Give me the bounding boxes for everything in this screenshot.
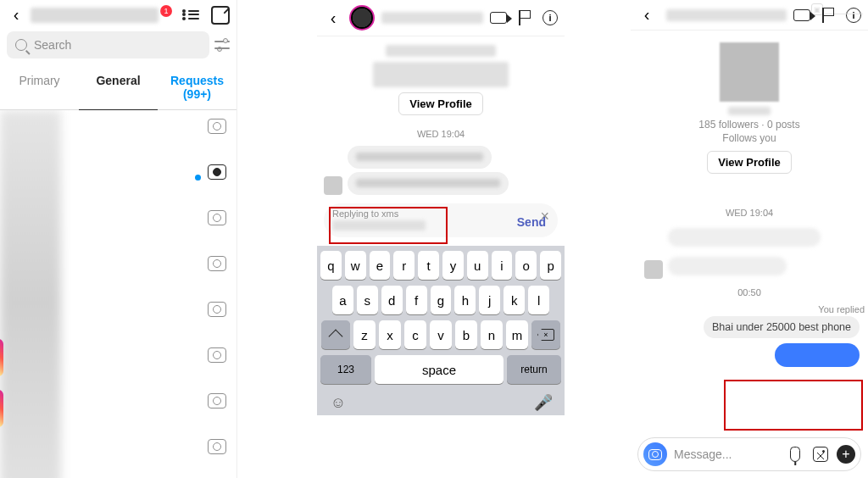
- search-input[interactable]: Search: [7, 31, 209, 58]
- ios-keyboard[interactable]: qwertyuiop asdfghjkl zxcvbnm × 123 space…: [317, 246, 565, 415]
- tab-primary[interactable]: Primary: [0, 65, 79, 110]
- camera-icon[interactable]: [208, 210, 226, 225]
- tab-general[interactable]: General: [79, 65, 158, 110]
- key-k[interactable]: k: [504, 286, 525, 314]
- key-v[interactable]: v: [430, 320, 452, 349]
- watermark: ▣________: [811, 3, 864, 15]
- camera-icon[interactable]: [208, 302, 226, 317]
- send-button[interactable]: Send: [517, 215, 546, 229]
- space-key[interactable]: space: [375, 355, 504, 384]
- compose-icon[interactable]: [211, 6, 230, 25]
- incoming-message[interactable]: [348, 172, 509, 195]
- dictation-icon[interactable]: 🎤: [534, 393, 553, 412]
- voice-message-icon[interactable]: [786, 445, 804, 464]
- key-s[interactable]: s: [357, 286, 378, 314]
- key-r[interactable]: r: [393, 251, 415, 280]
- filter-icon[interactable]: [214, 39, 230, 51]
- key-x[interactable]: x: [379, 320, 401, 349]
- unread-badge: 1: [160, 5, 172, 17]
- back-button[interactable]: ‹: [324, 8, 342, 28]
- add-button[interactable]: +: [837, 445, 855, 464]
- key-n[interactable]: n: [481, 320, 503, 349]
- profile-info-blurred: [373, 62, 509, 87]
- follows-you-label: Follows you: [631, 132, 868, 144]
- info-icon[interactable]: i: [542, 10, 558, 25]
- key-i[interactable]: i: [492, 251, 513, 280]
- chat-avatar[interactable]: [349, 5, 375, 31]
- chat-username[interactable]: [666, 9, 787, 21]
- replying-to-label: Replying to xms: [332, 208, 426, 219]
- conversation-list[interactable]: [0, 110, 236, 478]
- message-timestamp: WED 19:04: [631, 208, 868, 218]
- profile-name-blurred: [386, 45, 496, 57]
- camera-icon[interactable]: [208, 164, 226, 180]
- key-g[interactable]: g: [431, 286, 452, 314]
- camera-icon[interactable]: [208, 439, 226, 454]
- profile-name-blurred: [728, 107, 771, 115]
- video-call-icon[interactable]: [793, 9, 810, 21]
- tab-requests[interactable]: Requests (99+): [158, 65, 236, 110]
- key-a[interactable]: a: [332, 286, 353, 314]
- message-filters-icon[interactable]: [182, 7, 199, 24]
- key-l[interactable]: l: [528, 286, 549, 314]
- key-e[interactable]: e: [370, 251, 391, 280]
- key-t[interactable]: t: [418, 251, 439, 280]
- story-ring-icon: [0, 339, 3, 376]
- search-placeholder: Search: [34, 38, 71, 52]
- incoming-message[interactable]: [668, 228, 821, 247]
- you-replied-label: You replied: [634, 304, 865, 314]
- unread-dot-icon: [195, 175, 201, 181]
- incoming-message[interactable]: [348, 146, 492, 169]
- key-m[interactable]: m: [506, 320, 528, 349]
- view-profile-button[interactable]: View Profile: [707, 151, 791, 174]
- video-call-icon[interactable]: [490, 12, 507, 24]
- sender-avatar[interactable]: [324, 176, 342, 195]
- sender-avatar[interactable]: [644, 260, 663, 279]
- numbers-key[interactable]: 123: [320, 355, 371, 384]
- key-q[interactable]: q: [320, 251, 342, 280]
- camera-icon[interactable]: [208, 347, 226, 363]
- key-u[interactable]: u: [467, 251, 488, 280]
- back-button[interactable]: ‹: [637, 5, 656, 25]
- key-j[interactable]: j: [479, 286, 500, 314]
- story-ring-icon: [0, 390, 3, 427]
- flag-icon[interactable]: [822, 8, 834, 23]
- message-composer[interactable]: Message... +: [637, 437, 861, 471]
- key-w[interactable]: w: [345, 251, 366, 280]
- key-c[interactable]: c: [404, 320, 426, 349]
- account-selector[interactable]: [31, 8, 159, 23]
- message-timestamp: WED 19:04: [317, 129, 565, 139]
- conversation-items-blurred[interactable]: [0, 110, 61, 478]
- key-b[interactable]: b: [455, 320, 477, 349]
- backspace-key[interactable]: ×: [531, 320, 560, 349]
- key-h[interactable]: h: [454, 286, 476, 314]
- chat-username[interactable]: [381, 12, 483, 24]
- shift-key[interactable]: [321, 320, 350, 349]
- key-y[interactable]: y: [442, 251, 464, 280]
- quoted-message[interactable]: Bhai under 25000 best phone: [704, 316, 860, 338]
- reply-composer[interactable]: Replying to xms × Send: [324, 203, 558, 237]
- highlight-annotation: [724, 380, 863, 431]
- profile-avatar[interactable]: [720, 42, 779, 102]
- camera-button[interactable]: [643, 442, 667, 466]
- chat-panel-reply: ‹ i View Profile WED 19:04 Replying to x…: [317, 0, 565, 478]
- key-p[interactable]: p: [540, 251, 561, 280]
- camera-icon[interactable]: [208, 256, 226, 271]
- message-timestamp: 00:50: [631, 287, 868, 297]
- gallery-icon[interactable]: [811, 445, 830, 464]
- view-profile-button[interactable]: View Profile: [398, 92, 482, 115]
- key-z[interactable]: z: [353, 320, 376, 349]
- camera-icon[interactable]: [208, 119, 226, 134]
- message-input-placeholder[interactable]: Message...: [674, 447, 779, 461]
- outgoing-message[interactable]: [775, 343, 860, 367]
- incoming-message[interactable]: [668, 257, 787, 275]
- search-icon: [15, 39, 27, 51]
- return-key[interactable]: return: [507, 355, 561, 384]
- back-button[interactable]: ‹: [7, 5, 25, 25]
- flag-icon[interactable]: [519, 10, 531, 25]
- camera-icon[interactable]: [208, 393, 226, 409]
- emoji-key-icon[interactable]: ☺: [329, 393, 348, 412]
- key-f[interactable]: f: [406, 286, 427, 314]
- key-o[interactable]: o: [515, 251, 537, 280]
- key-d[interactable]: d: [381, 286, 403, 314]
